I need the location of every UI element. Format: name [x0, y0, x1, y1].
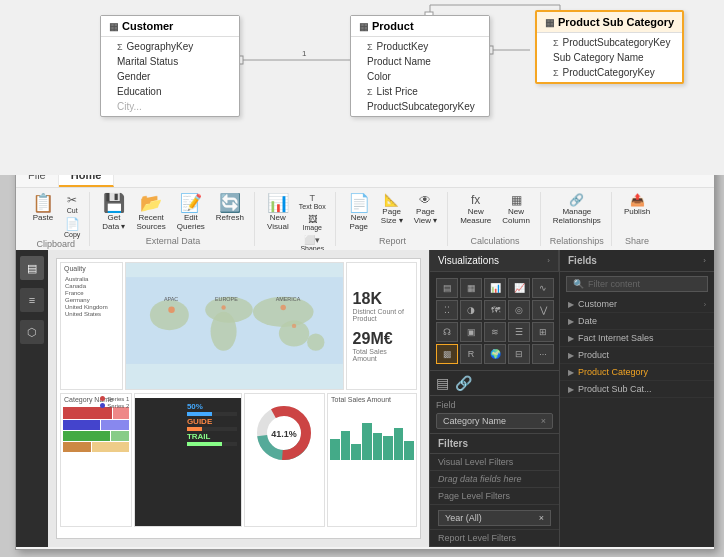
- get-data-button[interactable]: 💾 GetData ▾: [98, 192, 129, 233]
- field-remove-button[interactable]: ×: [541, 416, 546, 426]
- viz-column[interactable]: 📊: [484, 278, 506, 298]
- svg-text:41.1%: 41.1%: [272, 429, 298, 439]
- viz-slicer[interactable]: ☰: [508, 322, 530, 342]
- viz-card[interactable]: ▣: [460, 322, 482, 342]
- diagram-area: 1 ▦ Customer ΣGeographyKey Marital Statu…: [0, 0, 724, 175]
- new-measure-button[interactable]: fx NewMeasure: [456, 192, 495, 227]
- new-page-button[interactable]: 📄 NewPage: [344, 192, 374, 233]
- report-level-label: Report Level Filters: [430, 530, 559, 547]
- svg-point-15: [307, 334, 324, 351]
- svg-point-18: [280, 305, 285, 310]
- bar-icon[interactable]: ▤: [436, 375, 449, 391]
- visualizations-tab[interactable]: Visualizations ›: [430, 250, 559, 271]
- report-group: 📄 NewPage 📐 PageSize ▾ 👁 PageView ▾ Repo…: [338, 192, 448, 246]
- fields-item-fact-internet-sales[interactable]: ▶ Fact Internet Sales: [560, 330, 714, 347]
- viz-pie[interactable]: ◑: [460, 300, 482, 320]
- ribbon-content: 📋 Paste ✂ Cut 📄 Copy Clipboard: [16, 188, 714, 250]
- image-icon: 🖼: [308, 214, 317, 224]
- product-table[interactable]: ▦ Product ΣProductKey Product Name Color…: [350, 15, 490, 117]
- shapes-icon: ⬜▾: [304, 235, 320, 245]
- refresh-icon: 🔄: [219, 194, 241, 212]
- expand-icon: ▶: [568, 351, 574, 360]
- bar-chart-2[interactable]: 50% GUIDE TRAIL: [134, 393, 242, 527]
- publish-button[interactable]: 📤 Publish: [620, 192, 654, 218]
- svg-text:APAC: APAC: [164, 296, 178, 302]
- page-view-button[interactable]: 👁 PageView ▾: [410, 192, 441, 227]
- viz-area[interactable]: ∿: [532, 278, 554, 298]
- viz-filled-map[interactable]: 🌍: [484, 344, 506, 364]
- fields-item-product-category[interactable]: ▶ Product Category: [560, 364, 714, 381]
- new-visual-button[interactable]: 📊 NewVisual: [263, 192, 293, 233]
- viz-map[interactable]: 🗺: [484, 300, 506, 320]
- fields-item-product[interactable]: ▶ Product: [560, 347, 714, 364]
- svg-text:AMERICA: AMERICA: [275, 296, 300, 302]
- edit-queries-button[interactable]: 📝 EditQueries: [173, 192, 209, 233]
- year-chip-close[interactable]: ×: [539, 513, 544, 523]
- svg-text:1: 1: [302, 49, 307, 58]
- table-icon: ▦: [545, 17, 554, 28]
- viz-funnel[interactable]: ⋁: [532, 300, 554, 320]
- viz-matrix[interactable]: ▩: [436, 344, 458, 364]
- customer-table-body: ΣGeographyKey Marital Status Gender Educ…: [101, 37, 239, 116]
- report-canvas: Quality Australia Canada France Germany …: [56, 258, 421, 539]
- map-chart[interactable]: APAC EUROPE AMERICA: [125, 262, 344, 390]
- product-subcategory-table-title: Product Sub Category: [558, 16, 674, 28]
- expand-icon: ▶: [568, 317, 574, 326]
- viz-line[interactable]: 📈: [508, 278, 530, 298]
- copy-button[interactable]: 📄 Copy: [61, 216, 83, 239]
- fields-item-customer[interactable]: ▶ Customer ›: [560, 296, 714, 313]
- stat-18k-label: Distinct Count of Product: [353, 308, 410, 322]
- manage-relationships-button[interactable]: 🔗 ManageRelationships: [549, 192, 605, 227]
- product-subcategory-table[interactable]: ▦ Product Sub Category ΣProductSubcatego…: [535, 10, 684, 84]
- viz-donut[interactable]: ◎: [508, 300, 530, 320]
- report-view-button[interactable]: ▤: [20, 256, 44, 280]
- viz-gauge[interactable]: ☊: [436, 322, 458, 342]
- year-filter: Year (All) ×: [430, 505, 559, 530]
- paste-button[interactable]: 📋 Paste: [28, 192, 58, 224]
- fields-item-label: Date: [578, 316, 597, 326]
- data-view-button[interactable]: ≡: [20, 288, 44, 312]
- viz-stacked-bar[interactable]: ▤: [436, 278, 458, 298]
- refresh-button[interactable]: 🔄 Refresh: [212, 192, 248, 224]
- table-row: ΣList Price: [351, 84, 489, 99]
- cut-button[interactable]: ✂ Cut: [61, 192, 83, 215]
- search-placeholder: Filter content: [588, 279, 640, 289]
- new-column-button[interactable]: ▦ NewColumn: [498, 192, 534, 227]
- viz-table[interactable]: ⊞: [532, 322, 554, 342]
- table-row: Product Name: [351, 54, 489, 69]
- table-row: ProductSubcategoryKey: [351, 99, 489, 114]
- total-sales-bar[interactable]: Total Sales Amount: [327, 393, 417, 527]
- page-size-button[interactable]: 📐 PageSize ▾: [377, 192, 407, 227]
- viz-kpi[interactable]: ≋: [484, 322, 506, 342]
- viz-icon-grid: ▤ ▦ 📊 📈 ∿ ⁚⁚ ◑ 🗺 ◎ ⋁ ☊ ▣ ≋ ☰ ⊞ ▩ R 🌍 ⊟ ·…: [430, 272, 559, 371]
- year-chip[interactable]: Year (All) ×: [438, 510, 551, 526]
- category-name-chart[interactable]: Category Name: [60, 393, 132, 527]
- link-icon[interactable]: 🔗: [455, 375, 472, 391]
- pbi-window: ⚡ ↩ ↪ 💾 Adventure Works v3 - Power BI De…: [15, 140, 715, 550]
- fields-search-box[interactable]: 🔍 Filter content: [566, 276, 708, 292]
- customer-table[interactable]: ▦ Customer ΣGeographyKey Marital Status …: [100, 15, 240, 117]
- viz-more[interactable]: ···: [532, 344, 554, 364]
- fields-item-product-sub-cat[interactable]: ▶ Product Sub Cat...: [560, 381, 714, 398]
- viz-clustered-bar[interactable]: ▦: [460, 278, 482, 298]
- model-view-button[interactable]: ⬡: [20, 320, 44, 344]
- viz-waterfall[interactable]: ⊟: [508, 344, 530, 364]
- text-box-button[interactable]: T Text Box: [296, 192, 329, 211]
- donut-chart[interactable]: 41.1%: [244, 393, 325, 527]
- viz-r-visual[interactable]: R: [460, 344, 482, 364]
- recent-sources-button[interactable]: 📂 RecentSources: [132, 192, 169, 233]
- table-row: Marital Status: [101, 54, 239, 69]
- fields-item-date[interactable]: ▶ Date: [560, 313, 714, 330]
- svg-text:EUROPE: EUROPE: [215, 296, 238, 302]
- quality-chart[interactable]: Quality Australia Canada France Germany …: [60, 262, 123, 390]
- filters-section: Filters Visual Level Filters Drag data f…: [430, 434, 559, 547]
- image-button[interactable]: 🖼 Image: [296, 213, 329, 232]
- viz-scatter[interactable]: ⁚⁚: [436, 300, 458, 320]
- field-chip-category[interactable]: Category Name ×: [436, 413, 553, 429]
- shapes-button[interactable]: ⬜▾ Shapes: [296, 234, 329, 250]
- expand-icon: ▶: [568, 368, 574, 377]
- table-row: ΣProductSubcategoryKey: [537, 35, 682, 50]
- customer-table-title: Customer: [122, 20, 173, 32]
- world-map-svg: APAC EUROPE AMERICA: [126, 267, 343, 374]
- recent-sources-icon: 📂: [140, 194, 162, 212]
